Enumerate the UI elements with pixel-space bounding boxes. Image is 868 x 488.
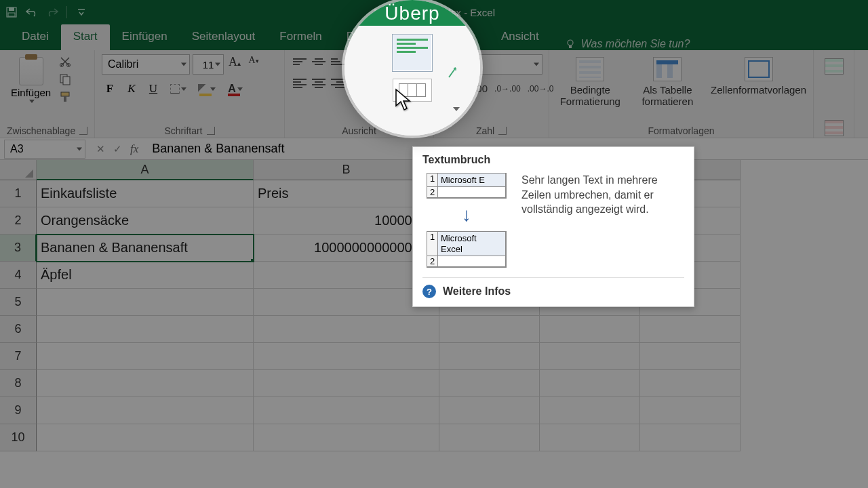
- row-header[interactable]: 9: [0, 397, 37, 424]
- cell-b1[interactable]: Preis: [254, 180, 439, 207]
- cell[interactable]: [254, 343, 439, 370]
- align-top-icon[interactable]: [292, 54, 308, 69]
- cell-b3[interactable]: 1000000000000000: [254, 235, 439, 262]
- tab-insert[interactable]: Einfügen: [110, 24, 180, 50]
- insert-cells-icon[interactable]: [825, 58, 844, 75]
- cell[interactable]: [439, 397, 540, 424]
- increase-font-icon[interactable]: A▴: [226, 55, 243, 74]
- cell[interactable]: [640, 316, 741, 343]
- cell[interactable]: [37, 343, 254, 370]
- font-color-button[interactable]: A: [224, 80, 247, 98]
- cell[interactable]: [254, 262, 439, 289]
- cell[interactable]: [254, 289, 439, 316]
- cell[interactable]: [37, 424, 254, 451]
- row-header[interactable]: 2: [0, 207, 37, 235]
- italic-button[interactable]: K: [123, 80, 140, 98]
- tab-formulas[interactable]: Formeln: [267, 24, 334, 50]
- cell-a4[interactable]: Äpfel: [37, 262, 254, 289]
- cell[interactable]: [37, 397, 254, 424]
- name-box[interactable]: A3: [4, 140, 85, 159]
- cell[interactable]: [254, 316, 439, 343]
- wrap-text-button[interactable]: [392, 34, 433, 72]
- cell[interactable]: [37, 370, 254, 397]
- cell[interactable]: [439, 370, 540, 397]
- align-right-icon[interactable]: [330, 76, 346, 91]
- fill-color-button[interactable]: [195, 80, 218, 98]
- conditional-formatting-button[interactable]: Bedingte Formatierung: [556, 57, 625, 107]
- tab-pagelayout[interactable]: Seitenlayout: [180, 24, 268, 50]
- increase-decimal-icon[interactable]: .0→.00: [494, 84, 521, 94]
- chevron-down-icon[interactable]: [453, 107, 460, 111]
- align-middle-icon[interactable]: [311, 54, 327, 69]
- cell-a1[interactable]: Einkaufsliste: [37, 180, 254, 207]
- cancel-icon[interactable]: ✕: [96, 143, 105, 155]
- row-header[interactable]: 10: [0, 424, 37, 451]
- cell-a3[interactable]: Bananen & Bananensaft: [37, 235, 254, 262]
- decrease-font-icon[interactable]: A▾: [245, 55, 262, 74]
- cell[interactable]: [439, 343, 540, 370]
- cell[interactable]: [37, 316, 254, 343]
- borders-button[interactable]: [167, 80, 190, 98]
- chevron-down-icon[interactable]: [29, 100, 35, 103]
- font-name-dropdown[interactable]: Calibri: [102, 54, 190, 75]
- format-painter-icon[interactable]: [58, 91, 73, 103]
- cell[interactable]: [439, 316, 540, 343]
- cell[interactable]: [640, 343, 741, 370]
- cell-a2[interactable]: Orangensäcke: [37, 207, 254, 235]
- row-header[interactable]: 4: [0, 262, 37, 289]
- select-all-corner[interactable]: [0, 160, 37, 180]
- tab-view[interactable]: Ansicht: [489, 24, 551, 50]
- cell-styles-button[interactable]: Zellenformatvorlagen: [711, 57, 806, 96]
- chevron-down-icon[interactable]: [210, 87, 216, 91]
- row-header[interactable]: 5: [0, 289, 37, 316]
- tooltip-more-link[interactable]: Weitere Infos: [443, 285, 511, 298]
- align-bottom-icon[interactable]: [330, 54, 346, 69]
- align-center-icon[interactable]: [311, 76, 327, 91]
- save-icon[interactable]: [5, 6, 18, 18]
- row-header[interactable]: 6: [0, 316, 37, 343]
- copy-icon[interactable]: [58, 73, 73, 85]
- cell[interactable]: [439, 424, 540, 451]
- font-size-dropdown[interactable]: 11: [193, 54, 224, 75]
- bold-button[interactable]: F: [102, 80, 118, 98]
- enter-icon[interactable]: ✓: [113, 143, 122, 155]
- dialog-launcher-icon[interactable]: [498, 127, 507, 135]
- align-left-icon[interactable]: [292, 76, 308, 91]
- tab-file[interactable]: Datei: [9, 24, 61, 50]
- redo-icon[interactable]: [46, 6, 58, 18]
- cell[interactable]: [254, 424, 439, 451]
- cell-b2[interactable]: 10000000: [254, 207, 439, 235]
- qat-customize-icon[interactable]: [75, 6, 87, 18]
- cell[interactable]: [540, 397, 640, 424]
- fx-icon[interactable]: fx: [130, 142, 138, 156]
- orientation-icon[interactable]: [446, 65, 461, 80]
- delete-cells-icon[interactable]: [825, 120, 844, 136]
- tab-home[interactable]: Start: [61, 24, 110, 50]
- cell[interactable]: [254, 370, 439, 397]
- dialog-launcher-icon[interactable]: [207, 127, 215, 135]
- row-header[interactable]: 7: [0, 343, 37, 370]
- cell[interactable]: [540, 370, 640, 397]
- underline-button[interactable]: U: [145, 80, 161, 98]
- chevron-down-icon[interactable]: [181, 87, 186, 91]
- column-header-a[interactable]: A: [37, 160, 254, 180]
- undo-icon[interactable]: [26, 6, 38, 18]
- tell-me-search[interactable]: Was möchten Sie tun?: [565, 38, 690, 50]
- cell[interactable]: [640, 424, 741, 451]
- paste-button[interactable]: Einfügen: [7, 54, 55, 106]
- cell[interactable]: [640, 370, 741, 397]
- cell[interactable]: [540, 316, 640, 343]
- cell[interactable]: [540, 343, 640, 370]
- format-as-table-button[interactable]: Als Tabelle formatieren: [637, 57, 698, 107]
- column-header-b[interactable]: B: [254, 160, 439, 180]
- cell[interactable]: [37, 289, 254, 316]
- cell[interactable]: [254, 397, 439, 424]
- chevron-down-icon[interactable]: [237, 87, 243, 91]
- row-header[interactable]: 1: [0, 180, 37, 207]
- cell[interactable]: [540, 424, 640, 451]
- cut-icon[interactable]: [58, 56, 73, 68]
- cell[interactable]: [640, 397, 741, 424]
- row-header[interactable]: 3: [0, 235, 37, 262]
- row-header[interactable]: 8: [0, 370, 37, 397]
- dialog-launcher-icon[interactable]: [79, 127, 87, 135]
